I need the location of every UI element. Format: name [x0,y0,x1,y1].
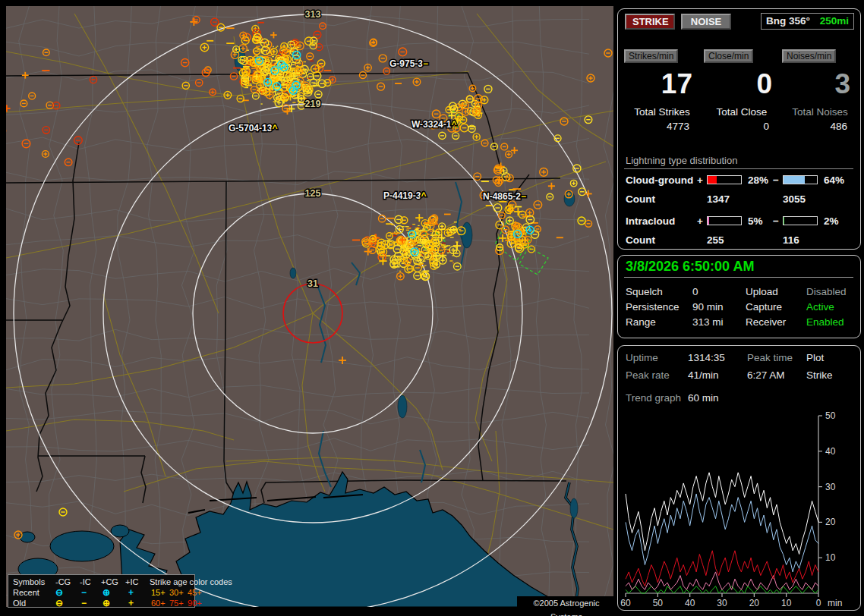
close-per-min-button[interactable]: Close/min [704,49,753,63]
ic-pos-recent-icon: + [128,587,134,598]
series--CG/min [626,494,818,572]
legend-row-label: Recent [13,587,39,598]
cg-minus-pct: 64% [824,174,844,186]
x-tick-label: 20 [749,598,760,608]
uptime-label: Uptime [626,352,658,363]
status-panel: 3/8/2026 6:50:00 AM Squelch 0 Upload Dis… [617,255,861,338]
total-close-label: Total Close [704,106,780,118]
noises-rate: 3 [782,68,858,100]
x-tick-label: 50 [653,598,664,608]
cg-plus-pct: 28% [748,174,768,186]
cg-neg-old-icon: ⊖ [55,598,63,608]
cg-pos-recent-icon: ⊕ [102,587,110,598]
age-code: 75+ [169,598,184,608]
cloud-ground-label: Cloud-ground [626,174,693,186]
ring-label: 219 [305,99,321,109]
series-+IC/min [626,572,818,589]
cell-label: G-5704-13^ [229,123,277,134]
y-tick-label: 50 [825,410,836,421]
noises-per-min-button[interactable]: Noises/min [782,49,836,63]
cell-label: G-975-3− [389,58,428,69]
age-code: 30+ [169,587,184,598]
legend-header: +IC [125,577,138,587]
age-code: 15+ [151,587,166,598]
y-tick-label: 40 [825,446,836,457]
ic-plus-bar-fill [708,217,709,225]
ic-minus-count: 116 [783,234,799,246]
divider [624,168,853,169]
ic-minus-bar [783,216,818,225]
age-code: 45+ [188,587,202,598]
x-tick-label: 40 [685,598,695,608]
bearing-value: Bng 356° [766,15,810,27]
squelch-value: 0 [692,286,698,297]
map-legend: Symbols -CG -IC +CG +IC Strike age color… [8,574,195,608]
ic-minus-bar-fill [784,217,784,225]
upload-label: Upload [746,286,778,297]
plus-sign: + [697,174,703,186]
peak-rate-label: Peak rate [626,369,670,381]
cg-pos-old-icon: ⊕ [102,598,110,608]
cloud-ground-row: Cloud-ground + 28% − 64% [618,174,860,187]
cg-minus-count: 3055 [783,193,806,205]
ic-minus-pct: 2% [824,215,839,227]
bearing-readout: Bng 356° 250mi [761,13,854,30]
strike-map[interactable]: 31125219313G-975-3−G-5704-13^W-3324-1^P-… [6,6,613,607]
total-strikes-label: Total Strikes [624,106,700,118]
total-noises-value: 486 [782,121,858,132]
trend-window-value: 60 min [688,392,719,404]
cg-plus-bar-fill [708,176,717,184]
datetime-display: 3/8/2026 6:50:00 AM [626,259,754,275]
intracloud-count-row: Count 255 116 [618,234,860,247]
cg-neg-recent-icon: ⊖ [55,587,63,598]
legend-header: Symbols [13,577,45,587]
intracloud-label: Intracloud [626,215,675,227]
close-rate: 0 [704,68,780,100]
ic-neg-old-icon: − [81,598,87,608]
x-tick-label: 10 [781,598,792,608]
cg-plus-bar [707,175,742,184]
persistence-label: Persistence [626,301,680,313]
bearing-range: 250mi [820,14,849,29]
total-close-value: 0 [704,121,780,132]
counters-panel: STRIKE NOISE Bng 356° 250mi Strikes/min … [617,8,861,250]
x-tick-label: 30 [717,598,727,608]
cell-label: W-3324-1^ [412,119,456,130]
strikes-rate: 17 [624,68,700,100]
legend-header: -IC [80,577,91,587]
close-stat-column: Close/min 0 Total Close 0 [704,49,780,132]
ring-label: 313 [305,9,321,20]
noises-stat-column: Noises/min 3 Total Noises 486 [782,49,858,132]
ring-label: 125 [305,188,321,199]
cg-plus-count: 1347 [707,193,730,205]
strikes-per-min-button[interactable]: Strikes/min [624,49,678,63]
divider [624,277,853,278]
plot-label: Plot [806,352,824,363]
plus-sign: + [697,215,703,227]
x-tick-label: 0 [816,598,821,608]
peak-time-value: 6:27 AM [747,369,785,381]
cg-minus-bar-fill [784,176,805,184]
ring-label: 31 [307,278,318,289]
strikes-stat-column: Strikes/min 17 Total Strikes 4773 [624,49,700,132]
trend-graph-chart: 10203040506050403020100min [620,408,860,610]
plot-mode-value: Strike [806,369,833,381]
series-+CG/min [626,551,818,586]
series-Strikes/min [626,473,818,555]
legend-old-row: Old ⊖ − ⊕ + 60+ 75+ 90+ [8,598,194,608]
squelch-label: Squelch [626,286,663,297]
legend-recent-row: Recent ⊖ − ⊕ + 15+ 30+ 45+ [8,587,194,598]
noise-mode-button[interactable]: NOISE [681,14,731,30]
receiver-status: Enabled [806,316,844,328]
y-tick-label: 20 [825,517,836,527]
range-value: 313 mi [692,316,724,328]
legend-header-row: Symbols -CG -IC +CG +IC Strike age color… [8,577,194,587]
capture-status: Active [806,301,834,313]
ic-plus-count: 255 [707,234,724,246]
trend-panel: Uptime 1314:35 Peak time Plot Peak rate … [617,345,861,611]
strike-mode-button[interactable]: STRIKE [625,14,675,30]
ic-pos-old-icon: + [128,598,134,608]
peak-time-label: Peak time [747,352,793,363]
copyright-notice: ©2005 Astrogenic Systems [517,596,616,610]
uptime-value: 1314:35 [688,352,725,363]
